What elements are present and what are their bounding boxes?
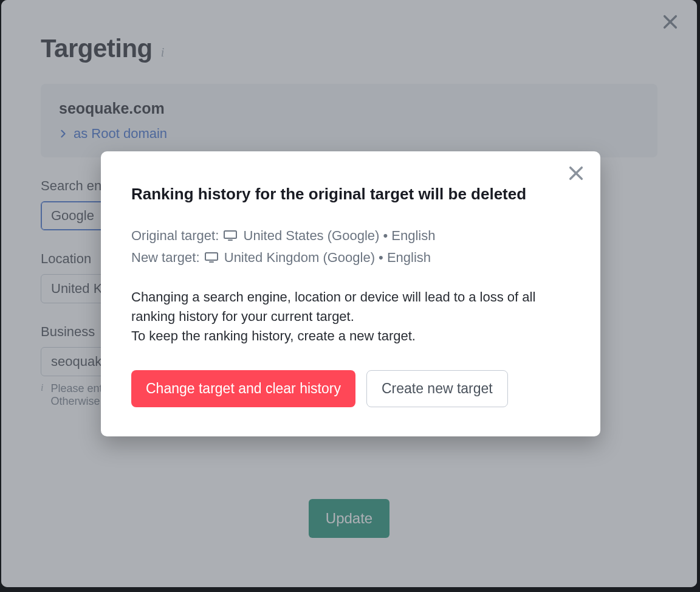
close-modal-button[interactable] xyxy=(565,162,587,184)
target-comparison: Original target: United States (Google) … xyxy=(131,225,570,269)
original-target-value: United States (Google) • English xyxy=(244,228,436,243)
desktop-icon xyxy=(205,249,218,269)
create-new-target-button[interactable]: Create new target xyxy=(366,370,508,407)
modal-warning: Changing a search engine, location or de… xyxy=(131,287,570,346)
confirm-modal: Ranking history for the original target … xyxy=(101,151,600,436)
new-target-value: United Kingdom (Google) • English xyxy=(224,250,431,265)
new-target-label: New target: xyxy=(131,250,200,265)
modal-title: Ranking history for the original target … xyxy=(131,184,570,205)
svg-rect-4 xyxy=(224,231,236,238)
svg-rect-5 xyxy=(228,239,233,241)
svg-rect-6 xyxy=(205,253,218,260)
svg-rect-7 xyxy=(209,261,214,263)
original-target-label: Original target: xyxy=(131,228,219,243)
close-icon xyxy=(568,165,585,182)
desktop-icon xyxy=(224,227,237,247)
change-and-clear-button[interactable]: Change target and clear history xyxy=(131,370,355,407)
